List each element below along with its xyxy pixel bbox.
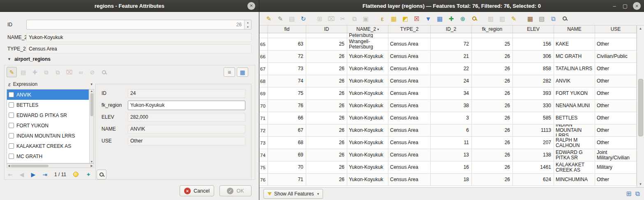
scroll-down-icon[interactable]: ▼ xyxy=(639,182,642,186)
cell[interactable]: 26 xyxy=(472,161,513,173)
row-number[interactable]: 75 xyxy=(259,161,268,173)
cell[interactable]: 26 xyxy=(306,149,347,161)
cell[interactable]: 26 xyxy=(306,100,347,112)
highlight-current-feature-button[interactable] xyxy=(71,170,80,179)
split-view-icon[interactable]: ⧉ xyxy=(635,191,640,197)
cell[interactable]: Census Area xyxy=(388,63,431,75)
column-header-fk_region[interactable]: fk_region xyxy=(472,25,513,33)
cell[interactable]: 26 xyxy=(306,174,347,186)
cell[interactable]: KALAKAKET CREEK AS xyxy=(554,161,595,173)
cell[interactable]: Other xyxy=(595,174,637,186)
cell[interactable] xyxy=(306,33,347,38)
form-view-button[interactable]: ≡ xyxy=(224,67,235,77)
column-header-name[interactable]: NAME xyxy=(554,25,595,33)
cell[interactable]: 18 xyxy=(431,174,472,186)
row-number[interactable]: 74 xyxy=(259,149,268,161)
cell[interactable]: Yukon-Koyukuk xyxy=(347,137,388,149)
close-button[interactable]: × xyxy=(633,2,641,10)
table-view-button[interactable]: ▦ xyxy=(237,67,248,77)
cell[interactable]: Census Area xyxy=(388,112,431,124)
cell[interactable]: RALPH M CALHOUN xyxy=(554,137,595,149)
row-number[interactable]: 65 xyxy=(259,38,268,50)
feature-list-item[interactable]: INDIAN MOUNTAIN LRRS xyxy=(7,131,89,141)
cell[interactable]: Census Area xyxy=(388,149,431,161)
feature-filter-button[interactable]: Show All Features ▾ xyxy=(263,189,323,199)
cell[interactable]: 75 xyxy=(268,87,306,99)
cell[interactable]: Other xyxy=(595,137,637,149)
feature-list-item[interactable]: KALAKAKET CREEK AS xyxy=(7,141,89,151)
cell[interactable]: EDWARD G PITKA SR xyxy=(554,149,595,161)
cell[interactable]: 207 xyxy=(513,137,554,149)
cell[interactable]: Other xyxy=(595,75,637,87)
cell[interactable]: Census Area xyxy=(388,38,431,50)
cell[interactable] xyxy=(595,33,637,38)
cell[interactable]: 25 xyxy=(472,38,513,50)
cell[interactable]: Other xyxy=(595,124,637,136)
cell[interactable]: 67 xyxy=(268,124,306,136)
cell[interactable]: 1461 xyxy=(513,161,554,173)
column-header-name_2[interactable]: NAME_2▾ xyxy=(347,25,388,33)
open-form-search-button[interactable] xyxy=(97,170,106,179)
cell[interactable]: Yukon-Koyukuk xyxy=(347,174,388,186)
cell[interactable]: 156 xyxy=(513,38,554,50)
filter-form-button[interactable]: ▼ xyxy=(423,13,434,24)
cell[interactable]: 3 xyxy=(431,112,472,124)
cell[interactable]: Census Area xyxy=(388,51,431,62)
field-calculator-button[interactable]: ▦ xyxy=(525,13,536,24)
feature-attributes-titlebar[interactable]: regions - Feature Attributes × xyxy=(0,0,259,12)
cell[interactable]: Yukon-Koyukuk xyxy=(347,100,388,112)
cell[interactable]: 71 xyxy=(268,174,306,186)
cell[interactable]: INDIAN MOUNTAIN LRRS xyxy=(554,124,595,136)
cell[interactable]: Census Area xyxy=(388,124,431,136)
scroll-right-icon[interactable]: ▶ xyxy=(91,164,93,168)
cell[interactable]: MC GRATH xyxy=(554,51,595,62)
cell[interactable]: 26 xyxy=(306,75,347,87)
move-selection-top-button[interactable]: ✚ xyxy=(446,13,457,24)
cell[interactable]: 393 xyxy=(513,87,554,99)
cell[interactable]: 26 xyxy=(472,100,513,112)
row-number[interactable]: 70 xyxy=(259,100,268,112)
id-spinbox[interactable]: 26 ▴▾ xyxy=(26,20,252,30)
row-number[interactable]: 73 xyxy=(259,137,268,149)
column-header-id[interactable]: ID xyxy=(306,25,347,33)
column-header-fid[interactable]: fid xyxy=(268,25,306,33)
cell[interactable]: Census Area xyxy=(388,87,431,99)
zoom-to-selected-button[interactable] xyxy=(469,13,480,24)
cell[interactable]: Census Area xyxy=(388,161,431,173)
minimize-button[interactable]: – xyxy=(612,2,617,10)
select-by-expression-button[interactable]: ε xyxy=(377,13,388,24)
feature-list-item[interactable]: BETTLES xyxy=(7,100,89,110)
dock-table-button[interactable]: ⧉ xyxy=(548,13,559,24)
row-number[interactable]: 67 xyxy=(259,63,268,75)
cell[interactable]: 26 xyxy=(472,51,513,62)
cell[interactable]: Other xyxy=(595,38,637,50)
cell[interactable]: Yukon-Koyukuk xyxy=(347,51,388,62)
cell[interactable]: 26 xyxy=(472,124,513,136)
cell[interactable]: Joint Military/Civilian xyxy=(595,149,637,161)
cell[interactable]: Military xyxy=(595,161,637,173)
cell[interactable]: 76 xyxy=(268,100,306,112)
feature-list-item[interactable]: MC GRATH xyxy=(7,151,89,161)
cell[interactable] xyxy=(472,33,513,38)
checkbox[interactable] xyxy=(9,92,14,97)
scroll-down-icon[interactable]: ▼ xyxy=(90,160,93,163)
cell[interactable]: FORT YUKON xyxy=(554,87,595,99)
cell[interactable]: 26 xyxy=(306,137,347,149)
cell[interactable]: 74 xyxy=(268,75,306,87)
cell[interactable]: 72 xyxy=(431,38,472,50)
last-record-button[interactable]: ⇥ xyxy=(40,170,49,179)
cell[interactable]: 11 xyxy=(431,137,472,149)
cell[interactable]: 26 xyxy=(472,174,513,186)
row-number[interactable]: 66 xyxy=(259,51,268,62)
cell[interactable]: 282 xyxy=(513,75,554,87)
cell[interactable]: 24 xyxy=(431,75,472,87)
cell[interactable]: 26 xyxy=(472,87,513,99)
checkbox[interactable] xyxy=(9,154,14,159)
cell[interactable] xyxy=(554,33,595,38)
select-by-form-button[interactable]: ▦ xyxy=(434,13,445,24)
cell[interactable]: 26 xyxy=(306,112,347,124)
feature-list-item[interactable]: ANVIK xyxy=(7,90,89,100)
maximize-button[interactable]: ▢ xyxy=(622,2,628,10)
cell[interactable]: Petersburg xyxy=(347,33,388,38)
fk_region-input[interactable] xyxy=(128,101,245,110)
